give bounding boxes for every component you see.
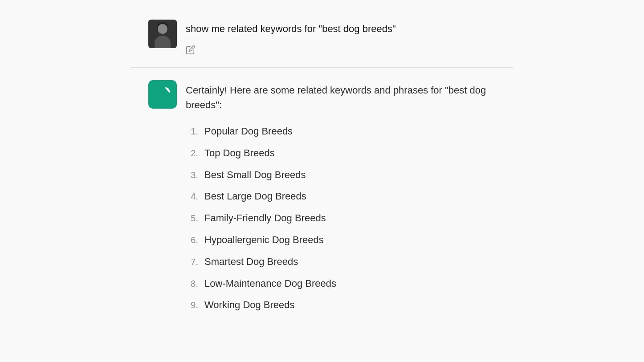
list-item-text: Low-Maintenance Dog Breeds: [204, 277, 336, 291]
list-item: 7.Smartest Dog Breeds: [186, 255, 496, 269]
user-message-section: show me related keywords for "best dog b…: [130, 9, 514, 67]
list-item-text: Best Large Dog Breeds: [204, 190, 306, 203]
assistant-message-content: Certainly! Here are some related keyword…: [186, 80, 496, 320]
list-item: 2.Top Dog Breeds: [186, 146, 496, 160]
list-item: 4.Best Large Dog Breeds: [186, 190, 496, 203]
list-item-text: Smartest Dog Breeds: [204, 255, 298, 269]
assistant-intro-text: Certainly! Here are some related keyword…: [186, 83, 496, 112]
list-item-number: 1.: [186, 126, 198, 137]
list-item-number: 3.: [186, 170, 198, 180]
assistant-message-section: Certainly! Here are some related keyword…: [130, 68, 514, 333]
list-item-text: Family-Friendly Dog Breeds: [204, 212, 326, 225]
list-item: 5.Family-Friendly Dog Breeds: [186, 212, 496, 225]
list-item: 6.Hypoallergenic Dog Breeds: [186, 233, 496, 247]
list-item: 8.Low-Maintenance Dog Breeds: [186, 277, 496, 291]
conversation-container: show me related keywords for "best dog b…: [130, 0, 514, 342]
list-item: 3.Best Small Dog Breeds: [186, 168, 496, 182]
list-item: 1.Popular Dog Breeds: [186, 125, 496, 138]
keyword-list: 1.Popular Dog Breeds2.Top Dog Breeds3.Be…: [186, 125, 496, 312]
list-item-number: 8.: [186, 279, 198, 289]
avatar-head: [158, 24, 167, 34]
edit-icon: [186, 45, 196, 55]
edit-button[interactable]: [186, 45, 196, 55]
list-item-text: Hypoallergenic Dog Breeds: [204, 233, 324, 247]
list-item-number: 6.: [186, 235, 198, 245]
list-item-text: Best Small Dog Breeds: [204, 168, 306, 182]
list-item-number: 2.: [186, 148, 198, 159]
list-item: 9.Working Dog Breeds: [186, 298, 496, 312]
list-item-number: 4.: [186, 191, 198, 202]
openai-logo-icon: [154, 86, 171, 103]
list-item-text: Popular Dog Breeds: [204, 125, 293, 138]
user-message-content: show me related keywords for "best dog b…: [186, 20, 496, 57]
avatar-body: [155, 36, 171, 48]
list-item-number: 9.: [186, 300, 198, 310]
assistant-avatar: [148, 80, 177, 109]
list-item-number: 7.: [186, 257, 198, 267]
list-item-text: Top Dog Breeds: [204, 146, 275, 160]
list-item-text: Working Dog Breeds: [204, 298, 295, 312]
user-avatar: [148, 20, 177, 48]
list-item-number: 5.: [186, 213, 198, 224]
user-message-text: show me related keywords for "best dog b…: [186, 21, 496, 36]
